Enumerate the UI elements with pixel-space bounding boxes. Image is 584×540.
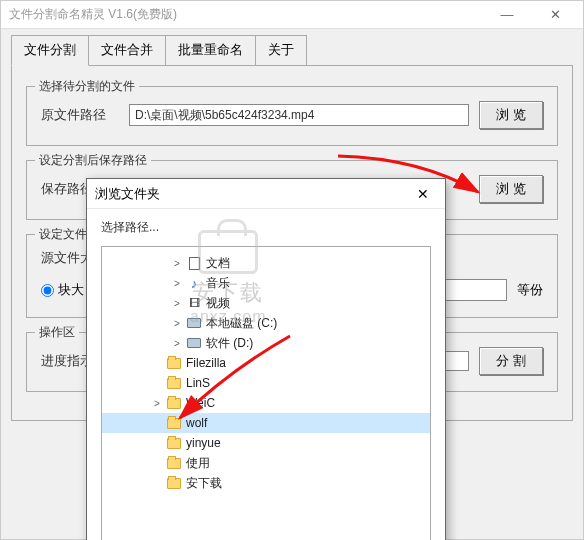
group-save-title: 设定分割后保存路径 [35,152,151,169]
folder-icon [166,396,182,410]
titlebar: 文件分割命名精灵 V1.6(免费版) — ✕ [1,1,583,29]
expander-icon[interactable]: > [172,298,182,309]
drive-icon [186,336,202,350]
tab-about[interactable]: 关于 [255,35,307,66]
browse-folder-dialog: 浏览文件夹 ✕ 选择路径... >文档>♪音乐>🎞视频>本地磁盘 (C:)>软件… [86,178,446,540]
chunk-radio-input[interactable] [41,284,54,297]
tree-item-label: 安下载 [186,475,222,492]
tree-item-视频[interactable]: >🎞视频 [102,293,430,313]
tab-rename[interactable]: 批量重命名 [165,35,256,66]
folder-icon [166,356,182,370]
tree-item-label: Filezilla [186,356,226,370]
music-icon: ♪ [186,276,202,290]
expander-icon[interactable]: > [172,278,182,289]
tree-item-label: yinyue [186,436,221,450]
folder-tree[interactable]: >文档>♪音乐>🎞视频>本地磁盘 (C:)>软件 (D:)FilezillaLi… [101,246,431,540]
source-path-label: 原文件路径 [41,106,119,124]
folder-icon [166,456,182,470]
dialog-titlebar: 浏览文件夹 ✕ [87,179,445,209]
folder-icon [166,476,182,490]
source-path-input[interactable] [129,104,469,126]
tree-item-label: 软件 (D:) [206,335,253,352]
tree-item-本地磁盘 (C:)[interactable]: >本地磁盘 (C:) [102,313,430,333]
tree-item-wolf[interactable]: wolf [102,413,430,433]
expander-icon[interactable]: > [172,258,182,269]
tree-item-使用[interactable]: 使用 [102,453,430,473]
chunk-radio[interactable]: 块大 [41,281,84,299]
video-icon: 🎞 [186,296,202,310]
tree-item-label: 使用 [186,455,210,472]
tree-item-label: LinS [186,376,210,390]
tree-item-文档[interactable]: >文档 [102,253,430,273]
tree-item-label: 本地磁盘 (C:) [206,315,277,332]
expander-icon[interactable]: > [172,338,182,349]
tab-merge[interactable]: 文件合并 [88,35,166,66]
chunk-radio-label: 块大 [58,281,84,299]
tree-item-音乐[interactable]: >♪音乐 [102,273,430,293]
tree-item-软件 (D:)[interactable]: >软件 (D:) [102,333,430,353]
group-source: 选择待分割的文件 原文件路径 浏 览 [26,86,558,146]
document-icon [186,256,202,270]
tab-split[interactable]: 文件分割 [11,35,89,66]
dialog-prompt: 选择路径... [101,219,431,236]
folder-icon [166,436,182,450]
expander-icon[interactable]: > [152,398,162,409]
split-button[interactable]: 分 割 [479,347,543,375]
browse-save-button[interactable]: 浏 览 [479,175,543,203]
tree-item-label: 音乐 [206,275,230,292]
group-source-title: 选择待分割的文件 [35,78,139,95]
tab-bar: 文件分割 文件合并 批量重命名 关于 [1,29,583,66]
browse-source-button[interactable]: 浏 览 [479,101,543,129]
tree-item-LinS[interactable]: LinS [102,373,430,393]
tree-item-Filezilla[interactable]: Filezilla [102,353,430,373]
drive-icon [186,316,202,330]
tree-item-安下载[interactable]: 安下载 [102,473,430,493]
tree-item-yinyue[interactable]: yinyue [102,433,430,453]
group-action-title: 操作区 [35,324,79,341]
tree-item-WeiC[interactable]: >WeiC [102,393,430,413]
expander-icon[interactable]: > [172,318,182,329]
tree-item-label: WeiC [186,396,215,410]
folder-icon [166,376,182,390]
close-button[interactable]: ✕ [535,3,575,27]
tree-item-label: 视频 [206,295,230,312]
folder-icon [166,416,182,430]
parts-unit: 等份 [517,281,543,299]
dialog-title: 浏览文件夹 [95,185,160,203]
window-title: 文件分割命名精灵 V1.6(免费版) [9,6,177,23]
window-controls: — ✕ [487,3,575,27]
minimize-button[interactable]: — [487,3,527,27]
tree-item-label: 文档 [206,255,230,272]
tree-item-label: wolf [186,416,207,430]
dialog-close-button[interactable]: ✕ [409,183,437,205]
